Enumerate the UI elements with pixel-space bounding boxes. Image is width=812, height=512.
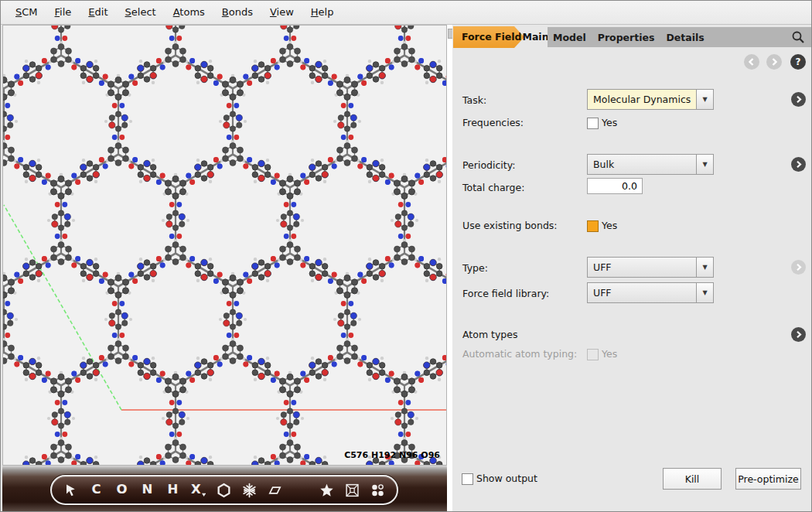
menu-select[interactable]: Select (117, 1, 165, 24)
total-charge-label: Total charge: (462, 182, 524, 193)
element-x-label: X (191, 483, 201, 497)
viewer-toolbar-strip: C O N H X (2, 466, 447, 511)
dropdown-arrow-icon[interactable]: ▼ (696, 155, 713, 174)
chevron-right-icon (794, 263, 803, 271)
chemical-formula: C576 H192 N96 O96 (344, 450, 440, 460)
nitrogen-tool-button[interactable]: N (140, 480, 155, 500)
balls-icon (370, 483, 385, 498)
panel-splitter[interactable] (447, 25, 452, 511)
render-style-button[interactable] (370, 480, 385, 500)
atom-types-label: Atom types (462, 329, 517, 340)
snowflake-icon (242, 483, 257, 498)
type-dropdown[interactable]: UFF ▼ (587, 257, 714, 278)
pointer-tool-button[interactable] (63, 480, 78, 500)
chevron-left-icon (747, 57, 756, 67)
automatic-atom-typing-checkbox (587, 349, 599, 360)
type-detail-button-disabled (791, 260, 806, 275)
chevron-right-icon (794, 330, 803, 339)
menu-edit[interactable]: Edit (80, 1, 116, 24)
type-label: Type: (462, 262, 488, 274)
chevron-right-icon (794, 160, 803, 169)
element-picker-button[interactable]: X (191, 480, 206, 500)
dropdown-arrow-icon[interactable]: ▼ (696, 283, 713, 302)
chevron-right-icon (769, 57, 779, 67)
menu-atoms[interactable]: Atoms (165, 1, 213, 24)
frequencies-label: Frequencies: (462, 117, 524, 128)
tab-model[interactable]: Model (553, 32, 586, 43)
task-dropdown[interactable]: Molecular Dynamics ▼ (587, 89, 714, 110)
frequencies-checkbox[interactable] (587, 118, 599, 129)
total-charge-input[interactable] (587, 178, 643, 194)
periodicity-detail-button[interactable] (791, 157, 806, 172)
force-field-library-label: Force field library: (462, 288, 549, 299)
search-button[interactable] (790, 29, 806, 45)
kill-button[interactable]: Kill (663, 468, 722, 490)
menu-help[interactable]: Help (302, 1, 343, 24)
menu-bonds[interactable]: Bonds (213, 1, 261, 24)
periodicity-label: Periodicity: (462, 159, 515, 171)
use-existing-bonds-yes-label[interactable]: Yes (602, 220, 617, 231)
menu-scm[interactable]: SCM (7, 1, 46, 24)
help-icon: ? (796, 56, 801, 67)
help-button[interactable]: ? (790, 54, 806, 70)
carbon-label: C (91, 483, 101, 497)
show-output-checkbox[interactable] (462, 473, 473, 485)
periodicity-dropdown[interactable]: Bulk ▼ (587, 154, 714, 175)
molecule-viewer[interactable]: C576 H192 N96 O96 (2, 25, 447, 466)
automatic-atom-typing-label: Automatic atom typing: (462, 348, 577, 360)
search-icon (790, 29, 806, 45)
oxygen-tool-button[interactable]: O (114, 480, 129, 500)
tab-main[interactable]: Main (522, 26, 549, 48)
periodic-cell-view-button[interactable] (345, 480, 360, 500)
history-back-button[interactable] (744, 54, 759, 70)
favorites-tool-button[interactable] (319, 480, 334, 500)
tab-details[interactable]: Details (666, 32, 704, 43)
task-label: Task: (462, 94, 486, 106)
element-picker-caret-icon (202, 493, 206, 497)
menu-file[interactable]: File (46, 1, 80, 24)
menu-bar: SCM File Edit Select Atoms Bonds View He… (1, 1, 811, 25)
pointer-icon (63, 483, 78, 498)
unit-cell-tool-button[interactable] (268, 480, 282, 500)
force-field-library-value: UFF (588, 283, 696, 302)
freeze-tool-button[interactable] (242, 480, 257, 500)
application-window: SCM File Edit Select Atoms Bonds View He… (0, 0, 812, 512)
atom-toolbar: C O N H X (50, 475, 398, 505)
benzene-ring-tool-button[interactable] (217, 480, 231, 500)
benzene-ring-icon (217, 483, 231, 498)
oxygen-label: O (116, 483, 127, 497)
menu-view[interactable]: View (261, 1, 302, 24)
atom-types-detail-button[interactable] (791, 327, 806, 342)
tab-strip: Model Properties Details (548, 27, 811, 47)
history-forward-button[interactable] (766, 54, 782, 70)
pre-optimize-button[interactable]: Pre-optimize (735, 468, 801, 490)
parallelogram-icon (268, 483, 282, 498)
dropdown-arrow-icon[interactable]: ▼ (696, 90, 713, 109)
chevron-right-icon (794, 95, 803, 104)
use-existing-bonds-checkbox[interactable] (587, 220, 599, 232)
star-icon (319, 483, 334, 498)
type-value: UFF (588, 258, 696, 277)
molecule-structure (3, 26, 446, 465)
periodicity-value: Bulk (588, 155, 696, 174)
dropdown-arrow-icon[interactable]: ▼ (696, 258, 713, 277)
nitrogen-label: N (142, 483, 153, 497)
task-detail-button[interactable] (791, 92, 806, 107)
cell-box-icon (345, 483, 360, 498)
tab-properties[interactable]: Properties (598, 32, 655, 43)
task-value: Molecular Dynamics (588, 90, 696, 109)
tab-force-field[interactable]: Force Field (453, 26, 524, 48)
force-field-library-dropdown[interactable]: UFF ▼ (587, 282, 714, 303)
use-existing-bonds-label: Use existing bonds: (462, 220, 558, 231)
hydrogen-label: H (168, 483, 179, 497)
frequencies-yes-label[interactable]: Yes (602, 117, 617, 128)
carbon-tool-button[interactable]: C (89, 480, 104, 500)
hydrogen-tool-button[interactable]: H (165, 480, 180, 500)
show-output-label[interactable]: Show output (476, 473, 537, 484)
automatic-atom-typing-yes-label: Yes (602, 348, 617, 360)
